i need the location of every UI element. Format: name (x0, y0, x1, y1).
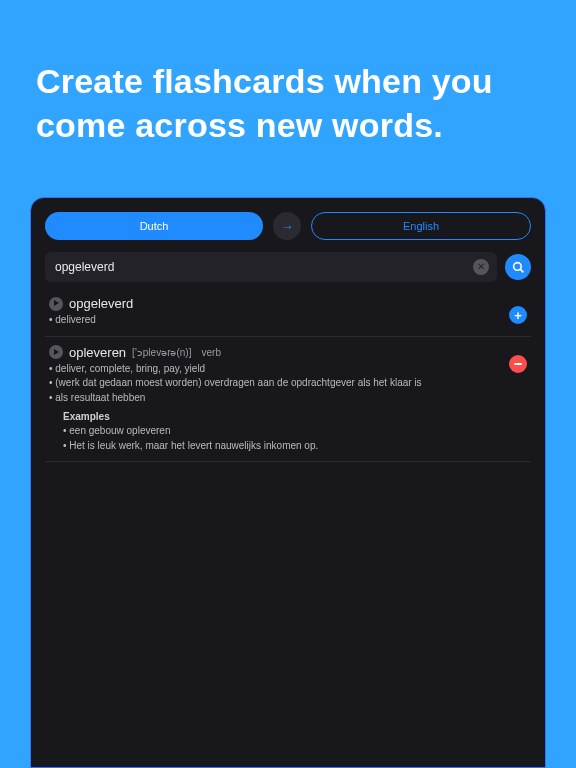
part-of-speech: verb (201, 347, 220, 358)
headword: opgeleverd (69, 296, 133, 311)
pronunciation: ['ɔplevərə(n)] (132, 347, 191, 358)
svg-point-0 (513, 262, 521, 270)
remove-flashcard-button[interactable] (509, 355, 527, 373)
arrow-right-icon: → (281, 219, 294, 234)
plus-icon: + (514, 309, 522, 322)
swap-languages-button[interactable]: → (273, 212, 301, 240)
example-line: een gebouw opleveren (63, 424, 503, 439)
examples-heading: Examples (63, 411, 503, 422)
add-flashcard-button[interactable]: + (509, 306, 527, 324)
result-entry: opleveren ['ɔplevərə(n)] verb deliver, c… (45, 337, 531, 463)
minus-icon (514, 363, 522, 365)
play-audio-button[interactable] (49, 345, 63, 359)
source-language-pill[interactable]: Dutch (45, 212, 263, 240)
headword: opleveren (69, 345, 126, 360)
app-window: Dutch → English ✕ opgeleverd (30, 197, 546, 768)
result-entry: opgeleverd delivered + (45, 288, 531, 337)
clear-search-button[interactable]: ✕ (473, 259, 489, 275)
svg-line-1 (520, 269, 523, 272)
close-icon: ✕ (477, 262, 485, 272)
example-line: Het is leuk werk, maar het levert nauwel… (63, 439, 503, 454)
search-icon (512, 261, 525, 274)
target-language-pill[interactable]: English (311, 212, 531, 240)
definition-line: delivered (49, 313, 503, 328)
results-list: opgeleverd delivered + opleveren ['ɔplev… (45, 288, 531, 767)
search-row: ✕ (45, 252, 531, 282)
search-button[interactable] (505, 254, 531, 280)
play-audio-button[interactable] (49, 297, 63, 311)
definition-line: deliver, complete, bring, pay, yield (49, 362, 503, 377)
search-box: ✕ (45, 252, 497, 282)
search-input[interactable] (55, 260, 473, 274)
definition-line: als resultaat hebben (49, 391, 503, 406)
page-headline: Create flashcards when you come across n… (0, 0, 576, 147)
definition-line: (werk dat gedaan moest worden) overdrage… (49, 376, 503, 391)
language-selector: Dutch → English (45, 212, 531, 240)
